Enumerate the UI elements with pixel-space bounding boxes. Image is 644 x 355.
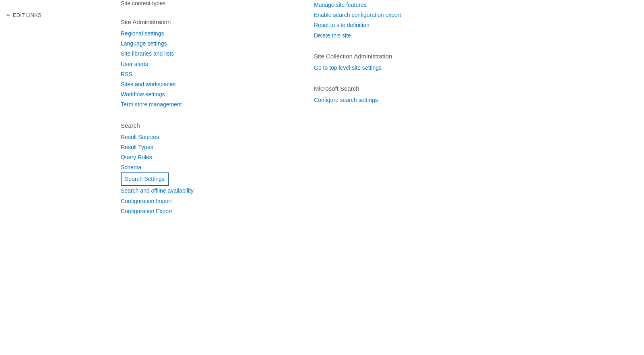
reset-site-definition-link[interactable]: Reset to site definition — [314, 20, 628, 30]
site-libraries-link[interactable]: Site libraries and lists — [121, 49, 290, 59]
pencil-icon: ✏ — [6, 12, 10, 18]
config-import-link[interactable]: Configuration Import — [121, 196, 290, 206]
delete-site-link[interactable]: Delete this site — [314, 31, 628, 41]
rss-link[interactable]: RSS — [121, 69, 290, 79]
site-content-types-item: Site content types — [121, 0, 290, 6]
search-settings-link[interactable]: Search Settings — [121, 172, 169, 186]
workflow-settings-link[interactable]: Workflow settings — [121, 89, 290, 100]
edit-links[interactable]: ✏ EDIT LINKS — [6, 12, 98, 18]
look-feel-section: Manage site features Enable search confi… — [314, 0, 628, 41]
config-export-link[interactable]: Configuration Export — [121, 206, 290, 216]
left-column: Site content types Site Administration R… — [121, 0, 290, 355]
configure-search-settings-link[interactable]: Configure search settings — [314, 95, 628, 105]
microsoft-search-title: Microsoft Search — [314, 85, 628, 92]
term-store-link[interactable]: Term store management — [121, 100, 290, 110]
language-settings-link[interactable]: Language settings — [121, 39, 290, 49]
search-title: Search — [121, 122, 290, 129]
schema-link[interactable]: Schema — [121, 162, 290, 172]
user-alerts-link[interactable]: User alerts — [121, 59, 290, 69]
manage-site-features-link[interactable]: Manage site features — [314, 0, 628, 10]
site-collection-admin-title: Site Collection Administration — [314, 53, 628, 60]
query-rules-link[interactable]: Query Rules — [121, 152, 290, 162]
enable-search-config-link[interactable]: Enable search configuration export — [314, 10, 628, 20]
regional-settings-link[interactable]: Regional settings — [121, 29, 290, 39]
result-types-link[interactable]: Result Types — [121, 142, 290, 152]
microsoft-search-section: Microsoft Search Configure search settin… — [314, 85, 628, 105]
sites-workspaces-link[interactable]: Sites and workspaces — [121, 79, 290, 89]
site-content-types-label: Site content types — [121, 0, 165, 6]
site-collection-admin-section: Site Collection Administration Go to top… — [314, 53, 628, 73]
main-content: Site content types Site Administration R… — [105, 0, 644, 355]
edit-links-label: EDIT LINKS — [13, 12, 41, 18]
site-administration-section: Site Administration Regional settings La… — [121, 19, 290, 110]
top-level-site-link[interactable]: Go to top level site settings — [314, 63, 628, 73]
search-section: Search Result Sources Result Types Query… — [121, 122, 290, 217]
site-administration-title: Site Administration — [121, 19, 290, 25]
left-nav: ✏ EDIT LINKS — [0, 0, 105, 355]
right-column: Manage site features Enable search confi… — [314, 0, 628, 355]
search-offline-link[interactable]: Search and offline availability — [121, 186, 290, 196]
page-container: ✏ EDIT LINKS Site content types Site Adm… — [0, 0, 644, 355]
result-sources-link[interactable]: Result Sources — [121, 132, 290, 142]
